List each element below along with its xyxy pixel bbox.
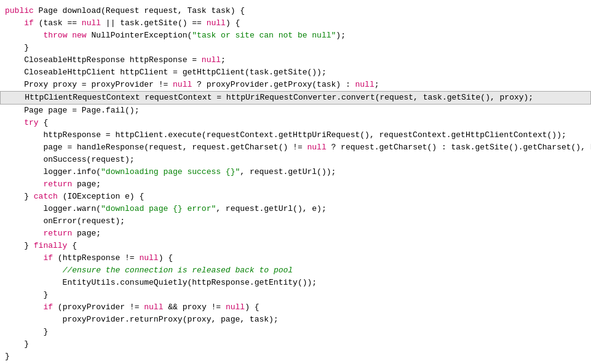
- code-line: try {: [0, 117, 591, 129]
- code-token-kw: null: [307, 141, 326, 154]
- code-token-string: "download page {} error": [101, 203, 216, 215]
- code-token-plain: (task ==: [34, 17, 82, 30]
- code-line: CloseableHttpClient httpClient = getHttp…: [0, 66, 591, 79]
- code-token-plain: }: [5, 338, 29, 350]
- code-line: if (proxyProvider != null && proxy != nu…: [0, 301, 591, 314]
- code-token-plain: && proxy !=: [163, 301, 225, 314]
- code-line: }: [0, 350, 591, 363]
- code-line: httpResponse = httpClient.execute(reques…: [0, 129, 591, 141]
- code-line: HttpClientRequestContext requestContext …: [0, 91, 591, 105]
- code-viewer: public Page download(Request request, Ta…: [0, 0, 591, 364]
- code-token-kw: public: [5, 5, 39, 17]
- code-token-string: "downloading page success {}": [101, 166, 240, 178]
- code-token-plain: [5, 228, 43, 240]
- code-token-kw: null: [139, 252, 158, 264]
- code-token-kw: null: [226, 301, 245, 314]
- code-token-plain: ? proxyProvider.getProxy(task) :: [192, 79, 355, 91]
- code-token-plain: [5, 30, 43, 42]
- code-token-plain: [5, 117, 24, 129]
- code-token-kw: null: [173, 79, 192, 91]
- code-line: if (task == null || task.getSite() == nu…: [0, 17, 591, 30]
- code-line: } catch (IOException e) {: [0, 191, 591, 203]
- code-line: return page;: [0, 178, 591, 191]
- code-token-plain: ) {: [245, 301, 259, 314]
- code-token-plain: logger.warn(: [5, 203, 101, 215]
- code-token-plain: httpResponse = httpClient.execute(reques…: [5, 129, 566, 141]
- code-line: }: [0, 338, 591, 350]
- code-token-plain: [5, 17, 24, 30]
- code-token-plain: );: [336, 30, 346, 42]
- code-line: }: [0, 42, 591, 54]
- code-token-plain: }: [5, 350, 10, 363]
- code-token-plain: onSuccess(request);: [5, 154, 135, 166]
- code-token-plain: ;: [221, 54, 226, 66]
- code-token-plain: (proxyProvider !=: [53, 301, 144, 314]
- code-token-plain: ) {: [226, 17, 240, 30]
- code-token-kw: new: [72, 30, 91, 42]
- code-line: onError(request);: [0, 215, 591, 228]
- code-token-plain: page = handleResponse(request, request.g…: [5, 141, 307, 154]
- code-line: throw new NullPointerException("task or …: [0, 30, 591, 42]
- code-token-plain: {: [67, 240, 77, 252]
- code-token-plain: }: [5, 326, 48, 338]
- code-line: onSuccess(request);: [0, 154, 591, 166]
- code-line: public Page download(Request request, Ta…: [0, 5, 591, 17]
- code-token-plain: }: [5, 42, 29, 54]
- code-line: Page page = Page.fail();: [0, 105, 591, 117]
- code-token-string: "task or site can not be null": [192, 30, 336, 42]
- code-token-plain: (IOException e) {: [58, 191, 144, 203]
- code-line: if (httpResponse != null) {: [0, 252, 591, 264]
- code-line: }: [0, 289, 591, 301]
- code-line: } finally {: [0, 240, 591, 252]
- code-token-plain: }: [5, 191, 34, 203]
- code-token-kw: null: [202, 54, 221, 66]
- code-token-kw: if: [43, 252, 53, 264]
- code-line: EntityUtils.consumeQuietly(httpResponse.…: [0, 277, 591, 289]
- code-line: page = handleResponse(request, request.g…: [0, 141, 591, 154]
- code-token-plain: CloseableHttpResponse httpResponse =: [5, 54, 202, 66]
- code-token-plain: Page download(Request request, Task task…: [39, 5, 245, 17]
- code-token-comment: //ensure the connection is released back…: [63, 264, 293, 277]
- code-line: proxyProvider.returnProxy(proxy, page, t…: [0, 314, 591, 326]
- code-token-plain: onError(request);: [5, 215, 125, 228]
- code-token-plain: Proxy proxy = proxyProvider !=: [5, 79, 173, 91]
- code-token-kw: if: [24, 17, 34, 30]
- code-token-kw: try: [24, 117, 38, 129]
- code-token-plain: CloseableHttpClient httpClient = getHttp…: [5, 66, 327, 79]
- code-token-plain: [5, 264, 63, 277]
- code-token-kw: null: [144, 301, 163, 314]
- code-token-kw: throw: [43, 30, 72, 42]
- code-token-plain: page;: [72, 228, 101, 240]
- code-token-plain: [5, 301, 43, 314]
- code-token-kw: return: [43, 228, 72, 240]
- code-token-plain: HttpClientRequestContext requestContext …: [6, 92, 533, 104]
- code-token-plain: (httpResponse !=: [53, 252, 139, 264]
- code-token-plain: {: [39, 117, 49, 129]
- code-token-plain: ;: [375, 79, 379, 91]
- code-token-plain: NullPointerException(: [91, 30, 192, 42]
- code-line: }: [0, 326, 591, 338]
- code-token-kw: catch: [34, 191, 58, 203]
- code-token-plain: [5, 252, 43, 264]
- code-line: CloseableHttpResponse httpResponse = nul…: [0, 54, 591, 66]
- code-token-plain: EntityUtils.consumeQuietly(httpResponse.…: [5, 277, 317, 289]
- code-token-plain: , request.getUrl());: [240, 166, 336, 178]
- code-line: logger.warn("download page {} error", re…: [0, 203, 591, 215]
- code-token-plain: , request.getUrl(), e);: [216, 203, 326, 215]
- code-token-plain: page;: [72, 178, 101, 191]
- code-token-plain: ? request.getCharset() : task.getSite().…: [327, 141, 591, 154]
- code-token-kw: null: [82, 17, 101, 30]
- code-line: return page;: [0, 228, 591, 240]
- code-token-plain: }: [5, 289, 48, 301]
- code-token-plain: ) {: [159, 252, 173, 264]
- code-token-plain: [5, 178, 43, 191]
- code-line: logger.info("downloading page success {}…: [0, 166, 591, 178]
- code-token-kw: null: [207, 17, 226, 30]
- code-line: //ensure the connection is released back…: [0, 264, 591, 277]
- code-token-kw: finally: [34, 240, 68, 252]
- code-token-plain: logger.info(: [5, 166, 101, 178]
- code-token-plain: }: [5, 240, 34, 252]
- code-token-kw: return: [43, 178, 72, 191]
- code-token-plain: Page page = Page.fail();: [5, 105, 139, 117]
- code-token-plain: || task.getSite() ==: [101, 17, 207, 30]
